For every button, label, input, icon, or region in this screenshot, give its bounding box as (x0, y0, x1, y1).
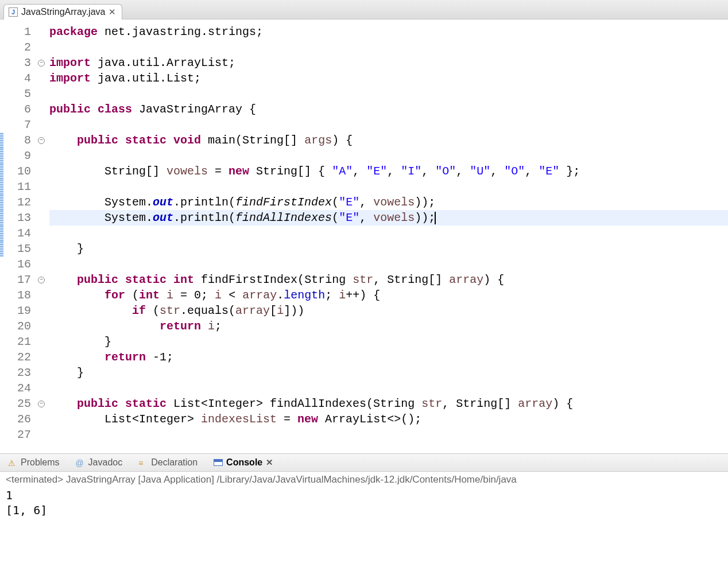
line-number-gutter: 1234567891011121314151617181920212223242… (3, 20, 36, 453)
code-line[interactable]: } (49, 241, 728, 257)
code-area[interactable]: package net.javastring.strings;import ja… (47, 20, 728, 453)
fold-toggle (36, 117, 47, 133)
tab-console[interactable]: Console ✕ (210, 456, 277, 469)
fold-toggle (36, 226, 47, 241)
fold-toggle (36, 24, 47, 40)
code-line[interactable]: } (49, 334, 728, 349)
declaration-icon (138, 458, 148, 467)
code-line[interactable]: for (int i = 0; i < array.length; i++) { (49, 288, 728, 303)
editor-tab[interactable]: J JavaStringArray.java ✕ (3, 4, 122, 20)
console-view: <terminated> JavaStringArray [Java Appli… (0, 472, 728, 520)
line-number: 14 (3, 226, 34, 241)
close-icon[interactable]: ✕ (109, 7, 116, 17)
line-number: 20 (3, 318, 34, 334)
code-line[interactable]: public static List<Integer> findAllIndex… (49, 396, 728, 411)
code-line[interactable]: return i; (49, 318, 728, 334)
fold-toggle (36, 380, 47, 396)
line-number: 6 (3, 102, 34, 117)
line-number: 8 (3, 133, 34, 148)
code-line[interactable] (49, 257, 728, 272)
code-line[interactable] (49, 226, 728, 241)
code-line[interactable]: System.out.println(findFirstIndex("E", v… (49, 195, 728, 210)
line-number: 23 (3, 365, 34, 380)
code-line[interactable]: public static void main(String[] args) { (49, 133, 728, 148)
line-number: 17 (3, 272, 34, 288)
code-line[interactable]: package net.javastring.strings; (49, 24, 728, 40)
fold-toggle (36, 427, 47, 442)
code-line[interactable] (49, 117, 728, 133)
fold-toggle[interactable]: − (36, 55, 47, 71)
line-number: 18 (3, 288, 34, 303)
line-number: 5 (3, 86, 34, 102)
code-line[interactable]: if (str.equals(array[i])) (49, 303, 728, 318)
code-line[interactable]: public static int findFirstIndex(String … (49, 272, 728, 288)
line-number: 10 (3, 164, 34, 179)
fold-toggle[interactable]: − (36, 396, 47, 411)
line-number: 25 (3, 396, 34, 411)
fold-column: −−−− (36, 20, 47, 453)
line-number: 16 (3, 257, 34, 272)
line-number: 24 (3, 380, 34, 396)
close-icon[interactable]: ✕ (266, 457, 273, 468)
java-file-icon: J (9, 7, 18, 17)
line-number: 15 (3, 241, 34, 257)
code-line[interactable] (49, 179, 728, 195)
tab-problems[interactable]: Problems (5, 456, 63, 469)
line-number: 26 (3, 411, 34, 427)
code-line[interactable] (49, 40, 728, 55)
fold-toggle (36, 164, 47, 179)
code-line[interactable]: return -1; (49, 349, 728, 365)
editor-tab-filename: JavaStringArray.java (21, 7, 105, 17)
code-line[interactable]: List<Integer> indexesList = new ArrayLis… (49, 411, 728, 427)
fold-toggle (36, 195, 47, 210)
editor-tab-bar: J JavaStringArray.java ✕ (0, 0, 728, 20)
tab-javadoc[interactable]: Javadoc (72, 456, 126, 469)
code-line[interactable]: public class JavaStringArray { (49, 102, 728, 117)
fold-toggle (36, 411, 47, 427)
code-line[interactable] (49, 427, 728, 442)
console-icon (214, 459, 223, 466)
fold-toggle (36, 257, 47, 272)
tab-javadoc-label: Javadoc (88, 457, 123, 468)
fold-toggle (36, 334, 47, 349)
line-number: 21 (3, 334, 34, 349)
code-line[interactable]: } (49, 365, 728, 380)
line-number: 4 (3, 71, 34, 86)
console-output: 1[1, 6] (6, 488, 722, 518)
tab-declaration-label: Declaration (151, 457, 198, 468)
line-number: 2 (3, 40, 34, 55)
fold-toggle[interactable]: − (36, 272, 47, 288)
javadoc-icon (76, 458, 85, 467)
line-number: 19 (3, 303, 34, 318)
code-line[interactable]: import java.util.List; (49, 71, 728, 86)
code-line[interactable]: String[] vowels = new String[] { "A", "E… (49, 164, 728, 179)
line-number: 3 (3, 55, 34, 71)
console-output-line: 1 (6, 488, 722, 503)
fold-toggle (36, 102, 47, 117)
tab-problems-label: Problems (21, 457, 60, 468)
fold-toggle (36, 365, 47, 380)
console-terminated-line: <terminated> JavaStringArray [Java Appli… (6, 474, 722, 485)
fold-toggle (36, 303, 47, 318)
code-line[interactable] (49, 86, 728, 102)
fold-toggle (36, 241, 47, 257)
code-line[interactable] (49, 148, 728, 164)
code-editor[interactable]: 1234567891011121314151617181920212223242… (0, 20, 728, 453)
fold-toggle (36, 71, 47, 86)
fold-toggle (36, 86, 47, 102)
line-number: 1 (3, 24, 34, 40)
tab-declaration[interactable]: Declaration (135, 456, 201, 469)
fold-toggle[interactable]: − (36, 133, 47, 148)
line-number: 13 (3, 210, 34, 226)
line-number: 7 (3, 117, 34, 133)
fold-toggle (36, 179, 47, 195)
code-line[interactable]: import java.util.ArrayList; (49, 55, 728, 71)
fold-toggle (36, 318, 47, 334)
line-number: 22 (3, 349, 34, 365)
code-line[interactable]: System.out.println(findAllIndexes("E", v… (49, 210, 728, 226)
tab-console-label: Console (226, 457, 262, 468)
fold-toggle (36, 288, 47, 303)
line-number: 11 (3, 179, 34, 195)
line-number: 27 (3, 427, 34, 442)
code-line[interactable] (49, 380, 728, 396)
